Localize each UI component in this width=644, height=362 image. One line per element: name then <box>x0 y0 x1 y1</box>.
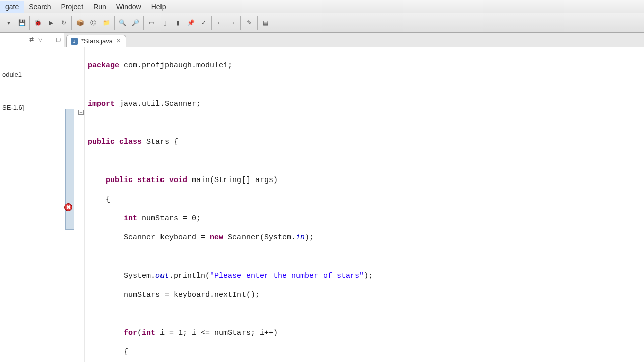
code-line: { <box>88 347 644 357</box>
maximize-icon[interactable]: ▢ <box>55 36 62 43</box>
task-icon[interactable]: ✓ <box>198 17 210 29</box>
new-package-icon[interactable]: 📦 <box>74 17 86 29</box>
pin-icon[interactable]: 📌 <box>185 17 197 29</box>
separator <box>29 16 30 30</box>
search-icon[interactable]: 🔎 <box>129 17 141 29</box>
code-editor[interactable]: package com.profjpbaugh.module1; import … <box>85 47 644 362</box>
new-folder-icon[interactable]: 📁 <box>100 17 112 29</box>
toggle-mark-icon[interactable]: ▯ <box>158 17 171 29</box>
debug-icon[interactable]: 🐞 <box>32 17 44 29</box>
back-icon[interactable]: ← <box>214 17 226 29</box>
collapse-toggle[interactable]: − <box>78 110 84 115</box>
tab-stars-java[interactable]: J *Stars.java ✕ <box>66 35 126 47</box>
last-edit-icon[interactable]: ✎ <box>243 17 255 29</box>
code-line: System.out.println("Please enter the num… <box>88 271 644 281</box>
code-line: public static void main(String[] args) <box>88 175 644 185</box>
menu-search[interactable]: Search <box>24 1 56 13</box>
fold-region-main[interactable] <box>65 109 74 230</box>
menu-window[interactable]: Window <box>111 1 146 13</box>
java-file-icon: J <box>71 38 78 45</box>
forward-icon[interactable]: → <box>227 17 239 29</box>
minimize-icon[interactable]: — <box>46 36 53 43</box>
perspective-icon[interactable]: ▤ <box>259 17 271 29</box>
code-line: Scanner keyboard = new Scanner(System.in… <box>88 233 644 242</box>
separator <box>257 16 258 30</box>
link-editor-icon[interactable]: ⇄ <box>28 36 35 43</box>
code-line <box>88 156 644 166</box>
code-line <box>88 252 644 261</box>
toggle-breadcrumb-icon[interactable]: ▭ <box>145 17 157 29</box>
new-class-icon[interactable]: Ⓒ <box>87 17 99 29</box>
tree-node-jre[interactable]: SE-1.6] <box>2 103 62 112</box>
code-line: numStars = keyboard.nextInt(); <box>88 290 644 300</box>
code-line: { <box>88 195 644 204</box>
separator <box>211 16 212 30</box>
code-line: import java.util.Scanner; <box>88 99 644 109</box>
separator <box>114 16 115 30</box>
code-line <box>88 80 644 89</box>
run-icon[interactable]: ▶ <box>45 17 57 29</box>
save-icon[interactable]: 💾 <box>16 17 28 29</box>
view-menu-icon[interactable]: ▽ <box>37 36 44 43</box>
editor-area: J *Stars.java ✕ − ✖ package com.profjpba… <box>64 33 644 362</box>
package-explorer[interactable]: ⇄ ▽ — ▢ odule1 SE-1.6] <box>0 33 64 362</box>
menu-run[interactable]: Run <box>88 1 111 13</box>
tab-label: *Stars.java <box>81 37 113 45</box>
code-line: int numStars = 0; <box>88 214 644 223</box>
code-line <box>88 118 644 128</box>
main-area: ⇄ ▽ — ▢ odule1 SE-1.6] J *Stars.java ✕ −… <box>0 33 644 362</box>
menu-navigate[interactable]: gate <box>0 1 24 13</box>
menu-bar: gate Search Project Run Window Help <box>0 0 644 13</box>
editor-gutter[interactable]: − ✖ <box>64 47 85 362</box>
code-line <box>88 309 644 319</box>
toolbar: ▾ 💾 🐞 ▶ ↻ 📦 Ⓒ 📁 🔍 🔎 ▭ ▯ ▮ 📌 ✓ ← → ✎ ▤ <box>0 13 644 33</box>
code-line: package com.profjpbaugh.module1; <box>88 61 644 70</box>
separator <box>143 16 144 30</box>
editor-body: − ✖ package com.profjpbaugh.module1; imp… <box>64 47 644 362</box>
tree-node-module[interactable]: odule1 <box>2 70 62 79</box>
error-marker-icon[interactable]: ✖ <box>64 203 72 211</box>
sidebar-header: ⇄ ▽ — ▢ <box>0 33 64 45</box>
refresh-icon[interactable]: ↻ <box>58 17 70 29</box>
menu-help[interactable]: Help <box>146 1 171 13</box>
separator <box>71 16 72 30</box>
close-icon[interactable]: ✕ <box>116 38 122 44</box>
code-line: public class Stars { <box>88 137 644 147</box>
new-dropdown-icon[interactable]: ▾ <box>3 17 15 29</box>
annotation-icon[interactable]: ▮ <box>172 17 184 29</box>
menu-project[interactable]: Project <box>56 1 89 13</box>
code-line: for(int i = 1; i <= numStars; i++) <box>88 328 644 338</box>
editor-tabbar: J *Stars.java ✕ <box>64 33 644 47</box>
sidebar-tree[interactable]: odule1 SE-1.6] <box>0 45 64 113</box>
separator <box>240 16 242 30</box>
open-type-icon[interactable]: 🔍 <box>116 17 128 29</box>
